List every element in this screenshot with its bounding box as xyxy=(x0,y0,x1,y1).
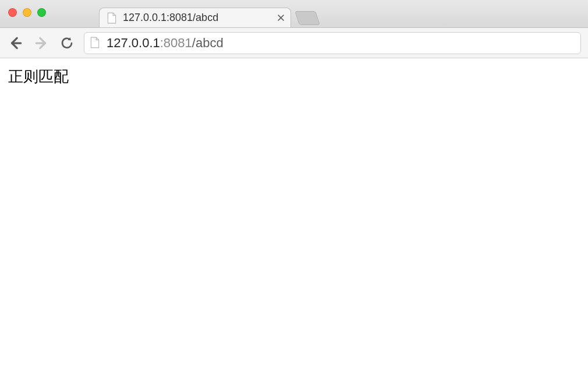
reload-button[interactable] xyxy=(58,34,76,52)
browser-tab[interactable]: 127.0.0.1:8081/abcd xyxy=(99,8,291,27)
window-minimize-button[interactable] xyxy=(23,8,31,17)
close-icon[interactable] xyxy=(277,14,285,22)
tab-title: 127.0.0.1:8081/abcd xyxy=(123,12,271,24)
traffic-lights xyxy=(8,8,46,17)
url-path: /abcd xyxy=(192,36,224,50)
browser-toolbar: 127.0.0.1:8081/abcd xyxy=(0,28,588,58)
window-titlebar: 127.0.0.1:8081/abcd xyxy=(0,0,588,28)
new-tab-button[interactable] xyxy=(295,11,320,25)
address-bar[interactable]: 127.0.0.1:8081/abcd xyxy=(84,32,581,54)
window-close-button[interactable] xyxy=(8,8,17,17)
file-icon xyxy=(107,12,117,24)
tab-strip: 127.0.0.1:8081/abcd xyxy=(99,0,318,27)
page-viewport: 正则匹配 xyxy=(0,58,588,95)
back-button[interactable] xyxy=(7,34,24,52)
url-port: :8081 xyxy=(160,36,192,50)
file-icon xyxy=(90,37,101,50)
forward-button[interactable] xyxy=(33,34,50,52)
url-host: 127.0.0.1 xyxy=(107,36,160,50)
url-text: 127.0.0.1:8081/abcd xyxy=(107,36,224,51)
page-body-text: 正则匹配 xyxy=(8,66,580,87)
window-zoom-button[interactable] xyxy=(37,8,46,17)
